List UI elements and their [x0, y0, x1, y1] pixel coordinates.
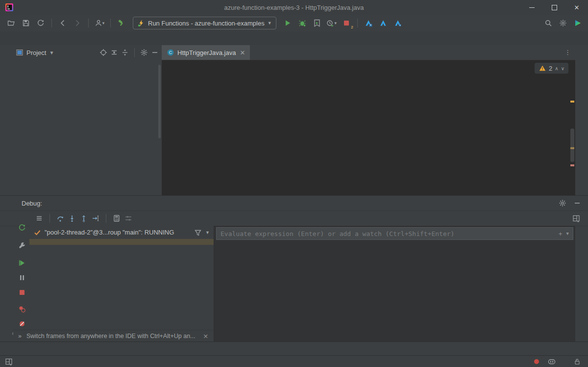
gear-icon[interactable] — [140, 49, 148, 56]
azure-icon — [365, 19, 372, 27]
class-icon: C — [167, 49, 174, 56]
debug-button[interactable] — [296, 17, 309, 29]
watch-placeholder: Evaluate expression (Enter) or add a wat… — [220, 230, 454, 237]
profiler-button[interactable]: ▾ — [325, 17, 338, 29]
evaluate-expression-icon[interactable] — [113, 214, 121, 222]
build-button[interactable] — [115, 17, 128, 29]
coverage-button[interactable] — [311, 17, 323, 29]
gear-icon[interactable] — [559, 199, 566, 207]
hide-panel-icon[interactable] — [151, 49, 159, 56]
project-tree-scrollbar[interactable] — [158, 65, 161, 138]
filter-icon[interactable] — [194, 229, 202, 236]
step-into-icon[interactable] — [68, 214, 76, 222]
main-toolbar: ▾ Run Functions - azure-function-example… — [0, 15, 588, 32]
warning-stripe-mark[interactable] — [570, 101, 574, 103]
step-out-icon[interactable] — [80, 214, 88, 222]
minimize-button[interactable] — [520, 0, 543, 15]
chevron-down-icon[interactable]: ▼ — [205, 230, 210, 235]
thread-status-icon — [33, 229, 41, 236]
gear-icon — [559, 19, 567, 27]
debugger-toolbar — [0, 211, 588, 226]
chevron-down-icon[interactable]: ▼ — [49, 50, 54, 55]
back-arrow-icon — [59, 19, 67, 27]
collapse-all-icon[interactable] — [121, 49, 129, 56]
back-button[interactable] — [56, 17, 69, 29]
watch-input[interactable]: Evaluate expression (Enter) or add a wat… — [216, 227, 573, 240]
close-icon[interactable]: ✕ — [240, 49, 245, 56]
maximize-button[interactable] — [543, 0, 565, 15]
close-icon[interactable]: ✕ — [203, 333, 208, 340]
azure-gear-icon — [394, 19, 402, 27]
resume-icon[interactable] — [18, 259, 26, 267]
azure-functions-icon — [137, 19, 145, 27]
editor: C HttpTriggerJava.java ✕ ⋮ 2 ∧ ∨ — [162, 45, 575, 195]
editor-tab-bar: C HttpTriggerJava.java ✕ ⋮ — [162, 45, 575, 60]
inspection-widget[interactable]: 2 ∧ ∨ — [535, 63, 568, 74]
recording-dot-icon — [534, 359, 539, 364]
expand-all-icon[interactable] — [110, 49, 118, 56]
debug-panel-title: Debug: — [22, 200, 42, 207]
view-breakpoints-icon[interactable] — [18, 305, 26, 314]
stop-button[interactable]: 2 — [340, 17, 353, 29]
rerun-icon[interactable] — [18, 223, 26, 232]
restore-layout-icon[interactable] — [572, 214, 580, 222]
debug-stripe-mark[interactable] — [570, 164, 574, 166]
window-title: azure-function-examples-3 - HttpTriggerJ… — [0, 4, 588, 11]
pause-icon[interactable] — [18, 273, 26, 282]
profiler-icon — [326, 19, 334, 27]
run-button[interactable] — [281, 17, 294, 29]
debug-panel-header: Debug: — [0, 196, 588, 211]
azure-sign-in-button[interactable] — [362, 17, 375, 29]
tab-options-icon[interactable]: ⋮ — [564, 49, 571, 56]
lock-icon[interactable] — [573, 358, 581, 366]
debugger-hint-bar: » Switch frames from anywhere in the IDE… — [13, 330, 214, 342]
run-configuration-label: Run Functions - azure-function-examples — [148, 20, 265, 27]
sync-button[interactable] — [34, 17, 47, 29]
editor-scrollbar[interactable] — [570, 129, 574, 162]
mute-breakpoints-icon[interactable] — [18, 319, 26, 328]
thread-selector[interactable]: "pool-2-thread-2"@3...roup "main": RUNNI… — [29, 226, 214, 239]
threads-menu-icon[interactable] — [35, 214, 43, 222]
hammer-icon — [118, 19, 125, 27]
settings-button[interactable] — [557, 17, 569, 29]
azure-explorer-button[interactable] — [377, 17, 390, 29]
debug-bug-icon — [298, 19, 306, 27]
code-area[interactable] — [162, 60, 575, 195]
stop-icon — [343, 19, 350, 27]
forward-button[interactable] — [71, 17, 84, 29]
open-folder-icon — [7, 19, 15, 27]
tool-window-layout-icon[interactable] — [5, 358, 13, 366]
next-warning-icon[interactable]: ∨ — [561, 66, 564, 71]
run-to-cursor-icon[interactable] — [92, 214, 99, 222]
close-button[interactable]: ✕ — [565, 0, 588, 15]
editor-tab[interactable]: C HttpTriggerJava.java ✕ — [162, 45, 250, 60]
project-panel: Project ▼ — [13, 45, 162, 195]
code-with-me-button[interactable]: ▾ — [93, 17, 106, 29]
ide-features-button[interactable] — [571, 17, 584, 29]
add-watch-icon[interactable]: + — [559, 230, 563, 237]
modify-run-config-icon[interactable] — [18, 241, 26, 250]
run-configuration-select[interactable]: Run Functions - azure-function-examples … — [133, 17, 276, 29]
stop-icon[interactable] — [18, 288, 26, 297]
breadcrumb — [0, 31, 588, 46]
select-opened-file-icon[interactable] — [99, 49, 107, 56]
frame-row-partial[interactable] — [29, 239, 214, 245]
sync-icon — [37, 19, 45, 27]
layout-settings-icon[interactable] — [124, 214, 132, 222]
chevron-down-icon[interactable]: ▼ — [566, 231, 569, 236]
azure-settings-button[interactable] — [392, 17, 404, 29]
ide-gradient-icon — [574, 19, 582, 27]
step-over-icon[interactable] — [56, 214, 64, 222]
thread-label: "pool-2-thread-2"@3...roup "main": RUNNI… — [45, 229, 174, 236]
save-button[interactable] — [20, 17, 32, 29]
search-everywhere-button[interactable] — [542, 17, 555, 29]
project-panel-header: Project ▼ — [13, 45, 162, 60]
hidden-strip-expander[interactable]: » — [18, 333, 22, 340]
editor-tab-label: HttpTriggerJava.java — [177, 49, 236, 56]
project-panel-title[interactable]: Project — [26, 49, 46, 56]
copilot-status-icon[interactable] — [548, 358, 556, 366]
hide-panel-icon[interactable] — [573, 199, 581, 207]
prev-warning-icon[interactable]: ∧ — [555, 66, 558, 71]
project-tree — [13, 61, 162, 195]
open-button[interactable] — [5, 17, 18, 29]
